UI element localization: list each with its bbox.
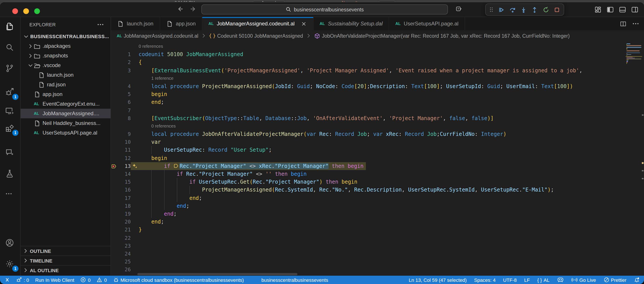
minimize-traffic-light[interactable] [23, 8, 29, 14]
sidebar-more-icon[interactable] [96, 20, 104, 28]
tab-jobmanagerassigned-codeunit-al[interactable]: AL JobManagerAssigned.codeunit.al [202, 17, 314, 30]
code-line-content[interactable]: [ExternalBusinessEvent('ProjectManagerAs… [139, 66, 584, 74]
sidebar-section-outline[interactable]: OUTLINE [20, 246, 110, 256]
breakpoint-gutter[interactable] [111, 146, 117, 154]
activity-item-run-debug[interactable]: 1 [5, 87, 16, 99]
breakpoint-gutter[interactable] [111, 98, 117, 106]
tree-item[interactable]: BUSINESSCENTRALBUSINESS... [20, 31, 110, 41]
minimap[interactable] [626, 41, 644, 276]
breakpoint-gutter[interactable] [111, 178, 117, 186]
breakpoint-gutter[interactable] [111, 138, 117, 146]
sparkle-icon[interactable] [132, 163, 138, 169]
breakpoint-gutter[interactable] [111, 90, 117, 98]
tree-item[interactable]: app.json [20, 89, 110, 99]
breakpoint-gutter[interactable] [111, 162, 117, 170]
code-line-content[interactable]: if Rec."Project Manager" <> '' then begi… [139, 170, 309, 178]
panel-bottom-icon[interactable] [619, 6, 626, 13]
code-line-content[interactable]: end; [139, 194, 204, 202]
code-line-content[interactable]: UserSetupRec: Record "User Setup"; [139, 146, 274, 154]
panel-left-icon[interactable] [607, 6, 614, 13]
breakpoint-gutter[interactable] [111, 58, 117, 66]
status-item-0[interactable]: 0 [80, 277, 90, 283]
code-line-content[interactable]: end; [139, 98, 166, 106]
activity-item-search[interactable] [5, 42, 16, 54]
breakpoint-gutter[interactable] [111, 218, 117, 226]
breakpoint-gutter[interactable] [111, 194, 117, 202]
breadcrumb-item[interactable]: JobOnAfterValidateProjectManager(var Rec… [314, 33, 570, 39]
tab-more-icon[interactable] [632, 20, 640, 28]
breakpoint-gutter[interactable] [111, 202, 117, 210]
status-item--0[interactable]: : 0 [16, 277, 29, 283]
status-item-businesscentralbusinessevents[interactable]: businesscentralbusinessevents [262, 277, 328, 283]
activity-item-remote-explorer[interactable] [5, 106, 16, 118]
code-line-content[interactable]: end; [139, 202, 192, 210]
code-line-content[interactable]: { [139, 58, 144, 66]
sidebar-section-timeline[interactable]: TIMELINE [20, 256, 110, 265]
activity-item-more-views[interactable] [5, 190, 16, 201]
code-line-content[interactable] [139, 242, 141, 250]
code-line-content[interactable]: if UserSetupRec.Get(Rec."Project Manager… [139, 178, 360, 186]
sidebar-section-al-outline[interactable]: AL OUTLINE [20, 265, 110, 275]
breadcrumb-item[interactable]: AL JobManagerAssigned.codeunit.al [117, 33, 198, 38]
breakpoint-gutter[interactable] [111, 170, 117, 178]
breakpoint-gutter[interactable] [111, 226, 117, 234]
breakpoint-gutter[interactable] [111, 82, 117, 90]
breakpoint-gutter[interactable] [111, 114, 117, 122]
breadcrumb-item[interactable]: Codeunit 50100 JobManagerAssigned [209, 33, 303, 39]
back-arrow-icon[interactable] [176, 5, 184, 13]
breakpoint-gutter[interactable] [111, 186, 117, 194]
status-item[interactable] [557, 277, 564, 283]
activity-item-copilot-chat[interactable] [5, 148, 16, 159]
tab-launch-json[interactable]: launch.json [111, 17, 160, 30]
status-item-al[interactable]: { } AL [537, 277, 550, 283]
codelens-link[interactable]: 0 references [139, 42, 163, 50]
layout-grid-icon[interactable] [594, 6, 602, 13]
breakpoint-gutter[interactable] [111, 130, 117, 138]
tree-item[interactable]: launch.json [20, 70, 110, 80]
tab-app-json[interactable]: app.json [160, 17, 202, 30]
code-line-content[interactable]: [EventSubscriber(ObjectType::Table, Data… [139, 114, 496, 122]
tab-usersetupsapi-page-al[interactable]: AL UserSetupsAPI.page.al [389, 17, 465, 30]
step-over-icon[interactable] [509, 6, 516, 13]
tree-item[interactable]: ALUserSetupsAPI.page.al [20, 128, 110, 138]
status-item-run-in-web-client[interactable]: Run In Web Client [35, 277, 74, 283]
breakpoint-gutter[interactable] [111, 154, 117, 162]
status-item-microsoft-cloud-sandbox-busine[interactable]: Microsoft cloud sandbox (businesscentral… [113, 277, 244, 283]
code-line-content[interactable]: end; [139, 210, 179, 218]
close-icon[interactable] [300, 20, 307, 27]
code-line-content[interactable] [139, 250, 141, 258]
breakpoint-gutter[interactable] [111, 234, 117, 242]
status-item-spaces-4[interactable]: Spaces: 4 [474, 277, 496, 283]
activity-item-accounts[interactable] [5, 238, 16, 249]
activity-item-explorer[interactable] [5, 21, 16, 33]
tree-item[interactable]: .alpackages [20, 41, 110, 51]
step-into-icon[interactable] [520, 6, 527, 13]
status-item-0[interactable]: 0 [97, 277, 107, 283]
code-line-content[interactable]: codeunit 50100 JobManagerAssigned [139, 50, 246, 58]
code-editor[interactable]: 0 references 1 codeunit 50100 JobManager… [111, 41, 644, 276]
tree-item[interactable]: .snapshots [20, 51, 110, 60]
breakpoint-gutter[interactable] [111, 50, 117, 58]
code-line-content[interactable] [139, 234, 141, 242]
maximize-traffic-light[interactable] [34, 8, 40, 14]
stop-icon[interactable] [554, 6, 560, 13]
status-item-ln-13-col-59-47-selected-[interactable]: Ln 13, Col 59 (47 selected) [409, 277, 466, 283]
breakpoint-gutter[interactable] [111, 106, 117, 114]
code-line-content[interactable]: local procedure ProjectManagerAssigned(J… [139, 82, 575, 90]
status-item-utf-8[interactable]: UTF-8 [503, 277, 516, 283]
breakpoint-gutter[interactable] [111, 210, 117, 218]
horizontal-scrollbar-thumb[interactable] [137, 273, 298, 275]
activity-item-source-control[interactable] [5, 63, 16, 75]
code-line-content[interactable]: } [139, 226, 144, 234]
tree-item[interactable]: ALEventCategoryExt.enu... [20, 99, 110, 109]
tree-item[interactable]: .vscode [20, 60, 110, 70]
breakpoint-gutter[interactable] [111, 242, 117, 250]
status-item[interactable] [4, 277, 10, 283]
status-item-lf[interactable]: LF [524, 277, 530, 283]
tree-item[interactable]: ALJobManagerAssigned.... [20, 109, 110, 118]
tree-item[interactable]: rad.json [20, 80, 110, 89]
activity-item-settings[interactable]: 1 [5, 259, 16, 271]
code-line-content[interactable] [139, 258, 141, 266]
breakpoint-icon[interactable] [111, 163, 117, 169]
breakpoint-gutter[interactable] [111, 266, 117, 274]
